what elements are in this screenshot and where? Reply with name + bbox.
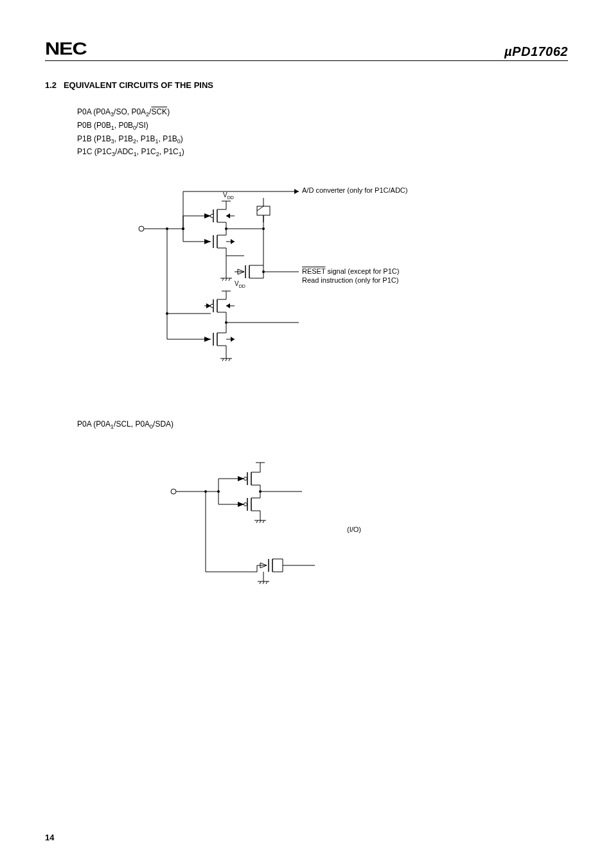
ad-converter-label: A/D converter (only for P1C/ADC) <box>302 186 407 194</box>
io-label: (I/O) <box>347 526 361 533</box>
svg-point-102 <box>244 502 247 506</box>
part-number-text: PD17062 <box>512 44 568 58</box>
circuit-svg-2 <box>45 443 559 630</box>
svg-marker-27 <box>231 239 235 244</box>
circuit-diagram-2: (I/O) <box>45 443 568 630</box>
section-number: 1.2 <box>45 80 57 90</box>
svg-marker-93 <box>238 476 244 481</box>
svg-point-63 <box>211 305 214 308</box>
svg-marker-17 <box>226 213 230 218</box>
text: /SDA) <box>153 420 173 429</box>
text: ) <box>167 107 170 116</box>
text: , P1C <box>137 147 156 156</box>
subscript: DD <box>239 284 245 288</box>
svg-marker-101 <box>238 502 244 507</box>
text: V <box>223 191 227 199</box>
text: , P0B <box>114 121 133 130</box>
text: P0A (P0A <box>77 107 111 116</box>
svg-line-114 <box>263 520 264 523</box>
section-title-text: EQUIVALENT CIRCUITS OF THE PINS <box>64 80 213 90</box>
svg-line-128 <box>260 581 261 584</box>
svg-marker-70 <box>204 337 211 342</box>
svg-marker-6 <box>294 189 299 194</box>
text: , P1B <box>158 134 177 143</box>
pin-list-1: P0A (P0A3/SO, P0A2/SCK) P0B (P0B1, P0B0/… <box>77 106 568 159</box>
section-title: 1.2 EQUIVALENT CIRCUITS OF THE PINS <box>45 80 568 90</box>
nec-logo: NEC <box>45 39 87 59</box>
vdd-label-2: VDD <box>235 280 245 288</box>
svg-marker-10 <box>204 213 211 218</box>
svg-rect-33 <box>257 206 270 215</box>
reset-signal-label: RESET signal (except for P1C) <box>302 267 399 275</box>
svg-line-42 <box>226 278 227 281</box>
text: V <box>235 280 239 287</box>
text: /ADC <box>115 147 134 156</box>
svg-line-83 <box>226 359 227 361</box>
svg-line-82 <box>222 359 224 361</box>
text: , P1B <box>114 134 133 143</box>
pin-line-2: P0B (P0B1, P0B0/SI) <box>77 120 568 133</box>
circuit-svg-1 <box>45 172 559 410</box>
text: , P1B <box>136 134 155 143</box>
svg-point-94 <box>244 477 247 480</box>
page-number: 14 <box>45 833 54 842</box>
pin-line-3: P1B (P1B3, P1B2, P1B1, P1B0) <box>77 133 568 146</box>
svg-point-15 <box>211 215 214 218</box>
svg-point-0 <box>139 226 144 231</box>
vdd-label-1: VDD <box>223 191 234 200</box>
svg-line-113 <box>260 520 261 523</box>
svg-marker-76 <box>231 337 235 342</box>
read-instruction-label: Read instruction (only for P1C) <box>302 276 398 284</box>
mu-symbol: µ <box>504 44 512 58</box>
svg-marker-65 <box>206 303 211 308</box>
overline-text: RESET <box>302 267 325 275</box>
text: signal (except for P1C) <box>325 267 399 275</box>
svg-marker-21 <box>204 239 211 244</box>
pin-list-2: P0A (P0A1/SCL, P0A0/SDA) <box>77 420 568 430</box>
text: ) <box>182 147 184 156</box>
svg-line-43 <box>229 278 230 281</box>
text: /SCL, P0A <box>114 420 150 429</box>
subscript: DD <box>227 195 234 200</box>
svg-line-41 <box>222 278 224 281</box>
text: /SI) <box>136 121 148 130</box>
text: /SO, P0A <box>114 107 146 116</box>
text: , P1C <box>159 147 179 156</box>
svg-line-84 <box>229 359 230 361</box>
page-header: NEC µPD17062 <box>45 39 568 61</box>
part-number: µPD17062 <box>504 44 568 59</box>
pin-line-1: P0A (P0A3/SO, P0A2/SCK) <box>77 106 568 120</box>
circuit-diagram-1: A/D converter (only for P1C/ADC) VDD VDD… <box>45 172 568 410</box>
pin-line-4: P1C (P1C3/ADC1, P1C2, P1C1) <box>77 146 568 159</box>
text: ) <box>181 134 183 143</box>
svg-marker-67 <box>226 303 230 308</box>
svg-line-130 <box>266 581 267 584</box>
svg-point-85 <box>171 489 176 494</box>
svg-point-19 <box>182 227 184 230</box>
text: P0A (P0A <box>77 420 111 429</box>
text: P1B (P1B <box>77 134 111 143</box>
text: P0B (P0B <box>77 121 111 130</box>
svg-line-129 <box>263 581 264 584</box>
text: P1C (P1C <box>77 147 112 156</box>
overline-text: SCK <box>151 107 167 116</box>
svg-line-112 <box>256 520 258 523</box>
